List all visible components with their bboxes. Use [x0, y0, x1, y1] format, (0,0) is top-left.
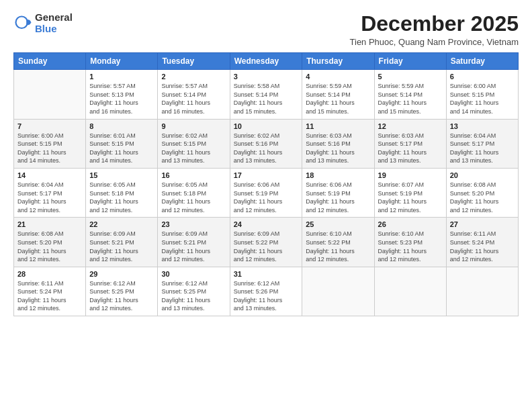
calendar-week-row: 1Sunrise: 5:57 AM Sunset: 5:13 PM Daylig… — [14, 70, 519, 119]
day-number: 4 — [306, 73, 370, 81]
calendar-cell: 8Sunrise: 6:01 AM Sunset: 5:15 PM Daylig… — [86, 119, 158, 168]
calendar-cell: 2Sunrise: 5:57 AM Sunset: 5:14 PM Daylig… — [158, 70, 230, 119]
calendar-cell: 16Sunrise: 6:05 AM Sunset: 5:18 PM Dayli… — [158, 168, 230, 217]
day-info: Sunrise: 6:10 AM Sunset: 5:23 PM Dayligh… — [378, 230, 443, 263]
calendar-cell: 31Sunrise: 6:12 AM Sunset: 5:26 PM Dayli… — [230, 267, 302, 316]
day-info: Sunrise: 6:04 AM Sunset: 5:17 PM Dayligh… — [17, 181, 82, 214]
calendar-cell: 5Sunrise: 5:59 AM Sunset: 5:14 PM Daylig… — [374, 70, 446, 119]
day-number: 7 — [17, 122, 82, 130]
header-wednesday: Wednesday — [230, 53, 302, 70]
day-number: 30 — [161, 270, 226, 278]
calendar-cell — [14, 70, 86, 119]
day-number: 16 — [161, 171, 226, 179]
header-sunday: Sunday — [14, 53, 86, 70]
calendar-cell: 17Sunrise: 6:06 AM Sunset: 5:19 PM Dayli… — [230, 168, 302, 217]
day-info: Sunrise: 6:12 AM Sunset: 5:25 PM Dayligh… — [161, 279, 226, 313]
calendar-cell: 19Sunrise: 6:07 AM Sunset: 5:19 PM Dayli… — [374, 168, 446, 217]
day-info: Sunrise: 6:06 AM Sunset: 5:19 PM Dayligh… — [234, 181, 299, 214]
day-info: Sunrise: 5:57 AM Sunset: 5:13 PM Dayligh… — [89, 82, 154, 116]
day-number: 14 — [17, 171, 82, 179]
day-info: Sunrise: 6:12 AM Sunset: 5:26 PM Dayligh… — [234, 279, 299, 313]
calendar-week-row: 7Sunrise: 6:00 AM Sunset: 5:15 PM Daylig… — [14, 119, 519, 168]
calendar-cell: 10Sunrise: 6:02 AM Sunset: 5:16 PM Dayli… — [230, 119, 302, 168]
day-info: Sunrise: 6:11 AM Sunset: 5:24 PM Dayligh… — [450, 230, 515, 263]
day-number: 5 — [378, 73, 443, 81]
day-info: Sunrise: 5:59 AM Sunset: 5:14 PM Dayligh… — [306, 82, 370, 116]
day-info: Sunrise: 6:09 AM Sunset: 5:21 PM Dayligh… — [161, 230, 226, 263]
day-info: Sunrise: 6:09 AM Sunset: 5:21 PM Dayligh… — [89, 230, 154, 263]
day-number: 15 — [89, 171, 154, 179]
day-info: Sunrise: 6:00 AM Sunset: 5:15 PM Dayligh… — [450, 82, 515, 116]
day-number: 3 — [234, 73, 299, 81]
day-info: Sunrise: 6:05 AM Sunset: 5:18 PM Dayligh… — [161, 181, 226, 214]
day-info: Sunrise: 6:02 AM Sunset: 5:16 PM Dayligh… — [234, 132, 299, 165]
header-tuesday: Tuesday — [158, 53, 230, 70]
day-number: 24 — [234, 220, 299, 228]
day-info: Sunrise: 6:11 AM Sunset: 5:24 PM Dayligh… — [17, 279, 82, 313]
calendar-table: Sunday Monday Tuesday Wednesday Thursday… — [13, 52, 519, 316]
logo-blue-text: Blue — [35, 24, 73, 35]
calendar-cell: 21Sunrise: 6:08 AM Sunset: 5:20 PM Dayli… — [14, 218, 86, 267]
calendar-cell: 18Sunrise: 6:06 AM Sunset: 5:19 PM Dayli… — [302, 168, 374, 217]
day-info: Sunrise: 6:06 AM Sunset: 5:19 PM Dayligh… — [306, 181, 370, 214]
day-number: 25 — [306, 220, 370, 228]
day-info: Sunrise: 6:03 AM Sunset: 5:17 PM Dayligh… — [378, 132, 443, 165]
day-number: 12 — [378, 122, 443, 130]
day-number: 17 — [234, 171, 299, 179]
calendar-header: Sunday Monday Tuesday Wednesday Thursday… — [14, 53, 519, 70]
day-number: 19 — [378, 171, 443, 179]
calendar-cell: 28Sunrise: 6:11 AM Sunset: 5:24 PM Dayli… — [14, 267, 86, 316]
day-number: 28 — [17, 270, 82, 278]
day-number: 18 — [306, 171, 370, 179]
day-info: Sunrise: 6:12 AM Sunset: 5:25 PM Dayligh… — [89, 279, 154, 313]
svg-point-0 — [16, 16, 28, 28]
calendar-cell — [302, 267, 374, 316]
day-info: Sunrise: 6:01 AM Sunset: 5:15 PM Dayligh… — [89, 132, 154, 165]
header: General Blue December 2025 Tien Phuoc, Q… — [13, 12, 519, 47]
calendar-cell: 12Sunrise: 6:03 AM Sunset: 5:17 PM Dayli… — [374, 119, 446, 168]
calendar-cell: 11Sunrise: 6:03 AM Sunset: 5:16 PM Dayli… — [302, 119, 374, 168]
day-number: 10 — [234, 122, 299, 130]
header-friday: Friday — [374, 53, 446, 70]
title-block: December 2025 Tien Phuoc, Quang Nam Prov… — [350, 12, 519, 47]
day-info: Sunrise: 5:59 AM Sunset: 5:14 PM Dayligh… — [378, 82, 443, 116]
day-number: 6 — [450, 73, 515, 81]
calendar-cell: 13Sunrise: 6:04 AM Sunset: 5:17 PM Dayli… — [446, 119, 518, 168]
calendar-cell: 27Sunrise: 6:11 AM Sunset: 5:24 PM Dayli… — [446, 218, 518, 267]
day-info: Sunrise: 5:57 AM Sunset: 5:14 PM Dayligh… — [161, 82, 226, 116]
calendar-cell: 25Sunrise: 6:10 AM Sunset: 5:22 PM Dayli… — [302, 218, 374, 267]
calendar-cell — [446, 267, 518, 316]
calendar-body: 1Sunrise: 5:57 AM Sunset: 5:13 PM Daylig… — [14, 70, 519, 316]
calendar-cell: 9Sunrise: 6:02 AM Sunset: 5:15 PM Daylig… — [158, 119, 230, 168]
calendar-cell: 23Sunrise: 6:09 AM Sunset: 5:21 PM Dayli… — [158, 218, 230, 267]
calendar-week-row: 28Sunrise: 6:11 AM Sunset: 5:24 PM Dayli… — [14, 267, 519, 316]
calendar-cell: 26Sunrise: 6:10 AM Sunset: 5:23 PM Dayli… — [374, 218, 446, 267]
logo-general-text: General — [35, 12, 73, 24]
logo: General Blue — [13, 12, 73, 34]
calendar-cell: 20Sunrise: 6:08 AM Sunset: 5:20 PM Dayli… — [446, 168, 518, 217]
calendar-cell: 7Sunrise: 6:00 AM Sunset: 5:15 PM Daylig… — [14, 119, 86, 168]
day-number: 20 — [450, 171, 515, 179]
calendar-cell: 15Sunrise: 6:05 AM Sunset: 5:18 PM Dayli… — [86, 168, 158, 217]
month-title: December 2025 — [350, 12, 519, 36]
header-thursday: Thursday — [302, 53, 374, 70]
calendar-cell: 6Sunrise: 6:00 AM Sunset: 5:15 PM Daylig… — [446, 70, 518, 119]
header-monday: Monday — [86, 53, 158, 70]
day-info: Sunrise: 6:10 AM Sunset: 5:22 PM Dayligh… — [306, 230, 370, 263]
day-number: 27 — [450, 220, 515, 228]
day-info: Sunrise: 6:08 AM Sunset: 5:20 PM Dayligh… — [450, 181, 515, 214]
header-row: Sunday Monday Tuesday Wednesday Thursday… — [14, 53, 519, 70]
calendar-week-row: 14Sunrise: 6:04 AM Sunset: 5:17 PM Dayli… — [14, 168, 519, 217]
day-info: Sunrise: 6:02 AM Sunset: 5:15 PM Dayligh… — [161, 132, 226, 165]
calendar-cell — [374, 267, 446, 316]
day-info: Sunrise: 6:07 AM Sunset: 5:19 PM Dayligh… — [378, 181, 443, 214]
day-number: 29 — [89, 270, 154, 278]
calendar-cell: 22Sunrise: 6:09 AM Sunset: 5:21 PM Dayli… — [86, 218, 158, 267]
day-info: Sunrise: 6:08 AM Sunset: 5:20 PM Dayligh… — [17, 230, 82, 263]
day-info: Sunrise: 6:09 AM Sunset: 5:22 PM Dayligh… — [234, 230, 299, 263]
day-number: 31 — [234, 270, 299, 278]
day-number: 22 — [89, 220, 154, 228]
calendar-cell: 4Sunrise: 5:59 AM Sunset: 5:14 PM Daylig… — [302, 70, 374, 119]
calendar-cell: 3Sunrise: 5:58 AM Sunset: 5:14 PM Daylig… — [230, 70, 302, 119]
logo-text: General Blue — [35, 12, 73, 34]
